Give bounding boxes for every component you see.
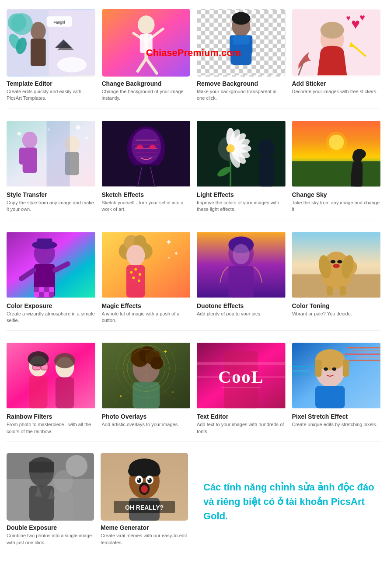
feature-section-row4: Rainbow Filters From photo to masterpiec… <box>0 333 387 439</box>
feature-item-light-effects[interactable]: Light Effects Improve the colors of your… <box>197 120 286 213</box>
svg-text:CooL: CooL <box>218 368 264 387</box>
feature-desc-pixel-stretch: Create unique edits by stretching pixels… <box>292 421 381 428</box>
feature-section-row3: Color Exposure Create a wizardly atmosph… <box>0 222 387 329</box>
promo-section: Double Exposure Combine two photos into … <box>0 444 387 555</box>
svg-point-199 <box>128 466 139 476</box>
svg-text:✦: ✦ <box>163 349 167 354</box>
feature-desc-template-editor: Create edits quickly and easily with Pic… <box>7 88 95 102</box>
feature-item-double-exposure[interactable]: Double Exposure Combine two photos into … <box>7 453 94 546</box>
svg-point-206 <box>148 478 150 480</box>
svg-rect-188 <box>29 486 54 521</box>
divider-3 <box>7 330 380 331</box>
svg-rect-6 <box>31 38 46 66</box>
svg-point-194 <box>54 470 73 493</box>
divider-4 <box>7 441 380 442</box>
feature-item-change-sky[interactable]: Change Sky Take the sky from any image a… <box>292 120 381 213</box>
feature-thumb-color-toning <box>292 231 381 299</box>
svg-text:✦: ✦ <box>119 394 122 399</box>
feature-title-duotone: Duotone Effects <box>197 302 286 309</box>
feature-thumb-template-editor: Fangirl <box>7 9 95 77</box>
feature-item-rainbow-filters[interactable]: Rainbow Filters From photo to masterpiec… <box>7 342 95 435</box>
feature-item-color-toning[interactable]: Color Toning Vibrant or pale? You decide… <box>292 231 381 324</box>
feature-item-pixel-stretch[interactable]: Pixel Stretch Effect Create unique edits… <box>292 342 381 435</box>
feature-item-style-transfer[interactable]: Style Transfer Copy the style from any i… <box>7 120 95 213</box>
svg-rect-177 <box>342 360 349 377</box>
svg-rect-164 <box>197 362 286 366</box>
svg-text:✦: ✦ <box>167 256 171 260</box>
svg-text:✦: ✦ <box>171 391 174 395</box>
feature-thumb-text-editor: CooL <box>197 342 286 410</box>
svg-point-123 <box>233 244 250 264</box>
svg-point-76 <box>227 144 235 153</box>
feature-item-meme-generator[interactable]: OH REALLY? Meme Generator Create viral m… <box>101 453 188 546</box>
feature-grid-row3: Color Exposure Create a wizardly atmosph… <box>7 231 380 324</box>
feature-title-add-sticker: Add Sticker <box>292 80 381 87</box>
svg-text:♥: ♥ <box>351 15 360 32</box>
feature-thumb-rainbow-filters <box>7 342 95 410</box>
feature-item-sketch-effects[interactable]: Sketch Effects Sketch yourself - turn yo… <box>102 120 191 213</box>
svg-point-111 <box>130 271 132 273</box>
feature-thumb-photo-overlays: ✦ ✦ ✦ <box>102 342 191 410</box>
svg-rect-101 <box>44 292 49 297</box>
feature-item-photo-overlays[interactable]: ✦ ✦ ✦ Photo Overlays Add artistic overla… <box>102 342 191 435</box>
svg-point-132 <box>333 264 339 268</box>
feature-title-color-toning: Color Toning <box>292 302 381 309</box>
svg-text:♥: ♥ <box>346 14 350 22</box>
svg-point-178 <box>324 368 328 371</box>
feature-desc-remove-bg: Make your background transparent in one … <box>197 88 286 102</box>
svg-rect-170 <box>351 350 381 351</box>
feature-item-add-sticker[interactable]: ♥ ♥ ♥ Add Sticker Decorate your images w… <box>292 9 381 102</box>
feature-title-meme-generator: Meme Generator <box>101 524 188 531</box>
svg-point-205 <box>137 478 139 480</box>
svg-rect-43 <box>19 147 25 164</box>
promo-text: Các tính năng chỉnh sửa ảnh độc đáo và r… <box>203 480 376 523</box>
feature-title-remove-bg: Remove Background <box>197 80 286 87</box>
feature-title-photo-overlays: Photo Overlays <box>102 413 191 420</box>
svg-rect-193 <box>29 462 54 472</box>
svg-point-130 <box>330 260 335 263</box>
svg-rect-176 <box>315 360 321 377</box>
svg-rect-82 <box>292 161 381 186</box>
feature-desc-style-transfer: Copy the style from any image and make i… <box>7 200 95 213</box>
feature-item-text-editor[interactable]: CooL Text Editor Add text to your images… <box>197 342 286 435</box>
feature-thumb-style-transfer <box>7 120 95 188</box>
feature-title-text-editor: Text Editor <box>197 413 286 420</box>
svg-rect-121 <box>228 266 254 297</box>
feature-desc-duotone: Add plenty of pop to your pics. <box>197 311 286 317</box>
feature-item-remove-bg[interactable]: Remove Background Make your background t… <box>197 9 286 102</box>
feature-item-change-bg[interactable]: Change Background Change the background … <box>102 9 191 102</box>
svg-rect-62 <box>133 165 159 186</box>
feature-desc-meme-generator: Create viral memes with our easy-to-edit… <box>101 532 188 546</box>
svg-rect-133 <box>327 286 333 295</box>
svg-rect-80 <box>259 157 274 187</box>
feature-desc-photo-overlays: Add artistic overlays to your images. <box>102 421 191 428</box>
svg-rect-30 <box>233 36 250 45</box>
feature-desc-sketch-effects: Sketch yourself - turn your selfie into … <box>102 200 191 213</box>
promo-thumbs: Double Exposure Combine two photos into … <box>7 453 188 546</box>
feature-desc-color-toning: Vibrant or pale? You decide. <box>292 311 381 317</box>
svg-point-61 <box>149 145 156 150</box>
svg-point-208 <box>141 485 148 493</box>
svg-text:✦: ✦ <box>165 237 172 246</box>
feature-desc-magic-effects: A whole lot of magic with a push of a bu… <box>102 311 191 324</box>
feature-section-row1: ChiasePremium.com <box>0 0 387 106</box>
feature-title-magic-effects: Magic Effects <box>102 302 191 309</box>
feature-item-magic-effects[interactable]: ✦ ✦ ✦ Magic Effects A whole lot of magic… <box>102 231 191 324</box>
svg-rect-173 <box>349 360 380 361</box>
feature-desc-add-sticker: Decorate your images with free stickers. <box>292 88 381 95</box>
feature-section-row2: Style Transfer Copy the style from any i… <box>0 111 387 217</box>
svg-point-112 <box>134 268 137 270</box>
svg-rect-100 <box>39 292 44 297</box>
feature-item-color-exposure[interactable]: Color Exposure Create a wizardly atmosph… <box>7 231 95 324</box>
feature-thumb-double-exposure <box>7 453 94 521</box>
svg-point-114 <box>132 276 135 279</box>
feature-item-duotone-effects[interactable]: Duotone Effects Add plenty of pop to you… <box>197 231 286 324</box>
feature-item-template-editor[interactable]: Fangirl Template Editor Create edits qui… <box>7 9 95 102</box>
svg-rect-99 <box>34 292 39 297</box>
divider-2 <box>7 220 380 220</box>
svg-point-150 <box>150 357 163 370</box>
feature-title-change-sky: Change Sky <box>292 191 381 198</box>
svg-point-54 <box>131 129 161 164</box>
svg-point-79 <box>258 139 275 158</box>
svg-point-179 <box>332 368 336 371</box>
